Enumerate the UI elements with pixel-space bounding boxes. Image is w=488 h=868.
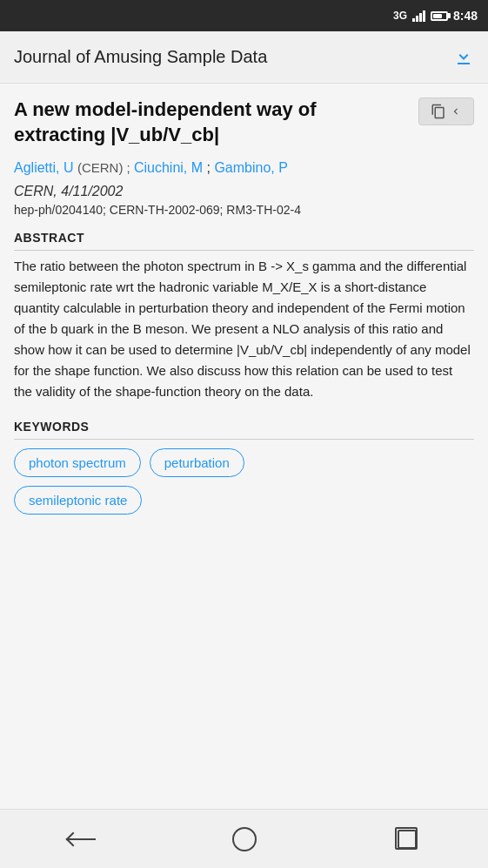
keyword-peturbation[interactable]: peturbation bbox=[150, 448, 244, 477]
network-indicator: 3G bbox=[393, 10, 407, 22]
identifiers: hep-ph/0204140; CERN-TH-2002-069; RM3-TH… bbox=[14, 203, 474, 217]
content-area: A new model-independent way of extractin… bbox=[0, 84, 488, 809]
app-title: Journal of Amusing Sample Data bbox=[14, 47, 267, 67]
journal-date: 4/11/2002 bbox=[61, 184, 123, 198]
authors: Aglietti, U (CERN) ; Ciuchini, M ; Gambi… bbox=[14, 158, 474, 178]
author-aglietti[interactable]: Aglietti, U bbox=[14, 160, 73, 175]
keywords-section: KEYWORDS photon spectrum peturbation sem… bbox=[14, 420, 474, 515]
author-gambino[interactable]: Gambino, P bbox=[214, 160, 287, 175]
status-bar: 3G 8:48 bbox=[0, 0, 488, 31]
signal-icon bbox=[412, 10, 425, 22]
nav-bar bbox=[0, 809, 488, 868]
download-button[interactable] bbox=[453, 47, 474, 68]
affiliation: (CERN) ; bbox=[77, 160, 134, 175]
paper-title: A new model-independent way of extractin… bbox=[14, 98, 408, 147]
paper-header: A new model-independent way of extractin… bbox=[14, 98, 474, 147]
home-button[interactable] bbox=[210, 818, 279, 860]
keywords-header: KEYWORDS bbox=[14, 420, 474, 440]
keyword-photon-spectrum[interactable]: photon spectrum bbox=[14, 448, 141, 477]
author-ciuchini[interactable]: Ciuchini, M bbox=[134, 160, 203, 175]
keywords-row-2: semileptonic rate bbox=[14, 486, 474, 515]
app-bar: Journal of Amusing Sample Data bbox=[0, 31, 488, 84]
clock: 8:48 bbox=[453, 9, 478, 23]
recents-icon bbox=[398, 830, 417, 849]
journal-info: CERN, 4/11/2002 bbox=[14, 184, 474, 199]
journal-name: CERN bbox=[14, 184, 53, 198]
recents-button[interactable] bbox=[372, 818, 442, 860]
copy-button[interactable] bbox=[418, 98, 474, 125]
keyword-semileptonic-rate[interactable]: semileptonic rate bbox=[14, 486, 142, 515]
back-arrow-icon bbox=[68, 831, 96, 848]
home-icon bbox=[232, 827, 257, 851]
abstract-text: The ratio between the photon spectrum in… bbox=[14, 256, 474, 402]
abstract-header: ABSTRACT bbox=[14, 231, 474, 251]
battery-icon bbox=[431, 11, 448, 21]
back-button[interactable] bbox=[47, 818, 117, 860]
keywords-row: photon spectrum peturbation bbox=[14, 448, 474, 477]
